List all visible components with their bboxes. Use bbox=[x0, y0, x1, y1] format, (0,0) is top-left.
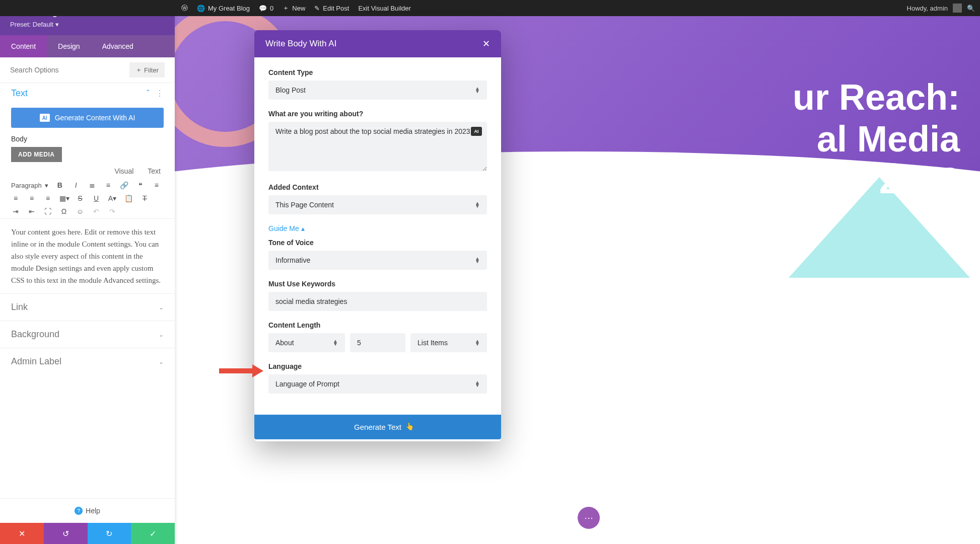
about-textarea[interactable]: Write a blog post about the top social m… bbox=[268, 122, 487, 171]
wp-new[interactable]: ＋ New bbox=[283, 4, 305, 13]
settings-sidebar: Text Settings ⛶ ◫ ⋮ Preset: Default ▾ Co… bbox=[0, 0, 175, 544]
ol-icon[interactable]: ≡ bbox=[104, 181, 113, 189]
wp-site-name: My Great Blog bbox=[208, 5, 250, 12]
bold-icon[interactable]: B bbox=[55, 181, 64, 189]
special-char-icon[interactable]: Ω bbox=[59, 207, 68, 215]
redo-icon[interactable]: ↷ bbox=[108, 207, 117, 215]
underline-icon[interactable]: U bbox=[92, 194, 101, 202]
save-button[interactable]: ✓ bbox=[131, 523, 175, 544]
caret-icon: ▲▼ bbox=[475, 340, 480, 346]
length-label: Content Length bbox=[268, 321, 487, 329]
accordion-link[interactable]: Link⌄ bbox=[0, 293, 175, 321]
color-icon[interactable]: A▾ bbox=[108, 194, 117, 202]
editor-tab-text[interactable]: Text bbox=[148, 167, 161, 175]
language-select[interactable]: Language of Prompt▲▼ bbox=[268, 374, 487, 394]
clear-icon[interactable]: T̶ bbox=[140, 194, 149, 202]
wp-site[interactable]: 🌐 My Great Blog bbox=[197, 5, 250, 12]
italic-icon[interactable]: I bbox=[72, 181, 81, 189]
language-label: Language bbox=[268, 362, 487, 370]
close-icon[interactable]: ✕ bbox=[482, 38, 490, 49]
paste-icon[interactable]: 📋 bbox=[124, 194, 133, 202]
ai-modal: Write Body With AI ✕ Content Type Blog P… bbox=[254, 30, 501, 441]
caret-icon: ▲▼ bbox=[475, 87, 480, 93]
wp-exit-builder[interactable]: Exit Visual Builder bbox=[358, 5, 411, 12]
search-icon[interactable]: 🔍 bbox=[967, 5, 975, 12]
caret-icon: ▲▼ bbox=[333, 340, 338, 346]
context-label: Added Context bbox=[268, 183, 487, 191]
keywords-label: Must Use Keywords bbox=[268, 280, 487, 288]
editor-toolbar: Paragraph ▾ B I ≣ ≡ 🔗 ❝ ≡ ≡ ≡ ≡ ▦▾ S U A… bbox=[0, 178, 175, 219]
fab-button[interactable]: ⋯ bbox=[578, 507, 600, 529]
table-icon[interactable]: ▦▾ bbox=[59, 194, 68, 202]
align-center-icon[interactable]: ≡ bbox=[11, 194, 20, 202]
wp-comments[interactable]: 💬 0 bbox=[259, 5, 273, 12]
ai-badge-icon[interactable]: AI bbox=[471, 127, 482, 136]
preset-dropdown[interactable]: Preset: Default ▾ bbox=[10, 21, 165, 28]
add-media-button[interactable]: ADD MEDIA bbox=[11, 147, 62, 162]
caret-icon: ▲▼ bbox=[475, 381, 480, 387]
body-label: Body bbox=[0, 135, 175, 147]
fullscreen-icon[interactable]: ⛶ bbox=[43, 207, 52, 215]
emoji-icon[interactable]: ☺ bbox=[76, 207, 85, 215]
tone-select[interactable]: Informative▲▼ bbox=[268, 251, 487, 270]
length-number-input[interactable] bbox=[350, 333, 405, 352]
context-select[interactable]: This Page Content▲▼ bbox=[268, 195, 487, 214]
editor-tab-visual[interactable]: Visual bbox=[114, 167, 133, 175]
guide-me-toggle[interactable]: Guide Me ▴ bbox=[268, 224, 487, 232]
indent-icon[interactable]: ⇥ bbox=[11, 207, 20, 215]
caret-icon: ▲▼ bbox=[475, 257, 480, 263]
chevron-down-icon: ⌄ bbox=[159, 358, 164, 365]
length-unit-select[interactable]: List Items▲▼ bbox=[410, 333, 487, 352]
tab-design[interactable]: Design bbox=[47, 35, 91, 57]
about-label: What are you writing about? bbox=[268, 110, 487, 118]
accordion-background[interactable]: Background⌄ bbox=[0, 321, 175, 348]
undo-icon[interactable]: ↶ bbox=[92, 207, 101, 215]
wp-admin-bar: ⓦ 🌐 My Great Blog 💬 0 ＋ New ✎ Edit Post … bbox=[0, 0, 980, 16]
generate-ai-button[interactable]: AI Generate Content With AI bbox=[11, 108, 164, 128]
wp-howdy[interactable]: Howdy, admin bbox=[907, 5, 948, 12]
tab-content[interactable]: Content bbox=[0, 35, 47, 57]
paragraph-dropdown[interactable]: Paragraph ▾ bbox=[11, 182, 48, 189]
section-more-icon[interactable]: ⋮ bbox=[156, 89, 164, 98]
chevron-down-icon: ⌄ bbox=[159, 331, 164, 338]
chevron-up-icon[interactable]: ⌃ bbox=[146, 89, 151, 98]
link-icon[interactable]: 🔗 bbox=[120, 181, 129, 189]
cursor-icon: 👆 bbox=[405, 422, 414, 430]
accordion-admin-label[interactable]: Admin Label⌄ bbox=[0, 348, 175, 375]
modal-title: Write Body With AI bbox=[265, 39, 336, 49]
strike-icon[interactable]: S bbox=[76, 194, 85, 202]
avatar[interactable] bbox=[953, 4, 962, 13]
chevron-down-icon: ⌄ bbox=[159, 304, 164, 311]
search-input[interactable] bbox=[10, 66, 129, 74]
ai-icon: AI bbox=[40, 114, 50, 122]
ul-icon[interactable]: ≣ bbox=[88, 181, 97, 189]
tab-advanced[interactable]: Advanced bbox=[91, 35, 145, 57]
content-type-label: Content Type bbox=[268, 68, 487, 76]
annotation-arrow bbox=[219, 368, 254, 373]
help-icon: ? bbox=[75, 507, 83, 515]
align-left-icon[interactable]: ≡ bbox=[152, 181, 161, 189]
quote-icon[interactable]: ❝ bbox=[136, 181, 145, 189]
wp-logo[interactable]: ⓦ bbox=[181, 4, 188, 13]
align-justify-icon[interactable]: ≡ bbox=[43, 194, 52, 202]
generate-text-button[interactable]: Generate Text 👆 bbox=[254, 415, 501, 439]
help-link[interactable]: ?Help bbox=[0, 498, 175, 523]
undo-button[interactable]: ↺ bbox=[44, 523, 88, 544]
outdent-icon[interactable]: ⇤ bbox=[27, 207, 36, 215]
editor-content[interactable]: Your content goes here. Edit or remove t… bbox=[0, 219, 175, 293]
cancel-button[interactable]: ✕ bbox=[0, 523, 44, 544]
content-type-select[interactable]: Blog Post▲▼ bbox=[268, 81, 487, 100]
redo-button[interactable]: ↻ bbox=[88, 523, 131, 544]
length-about-select[interactable]: About▲▼ bbox=[268, 333, 345, 352]
keywords-input[interactable] bbox=[268, 292, 487, 311]
tone-label: Tone of Voice bbox=[268, 239, 487, 247]
align-right-icon[interactable]: ≡ bbox=[27, 194, 36, 202]
page-title: ur Reach: al Media gies for 2023 bbox=[738, 76, 960, 201]
wp-edit-post[interactable]: ✎ Edit Post bbox=[314, 5, 349, 12]
section-text[interactable]: Text bbox=[11, 88, 28, 99]
filter-button[interactable]: ＋ Filter bbox=[129, 62, 165, 77]
caret-icon: ▲▼ bbox=[475, 202, 480, 208]
